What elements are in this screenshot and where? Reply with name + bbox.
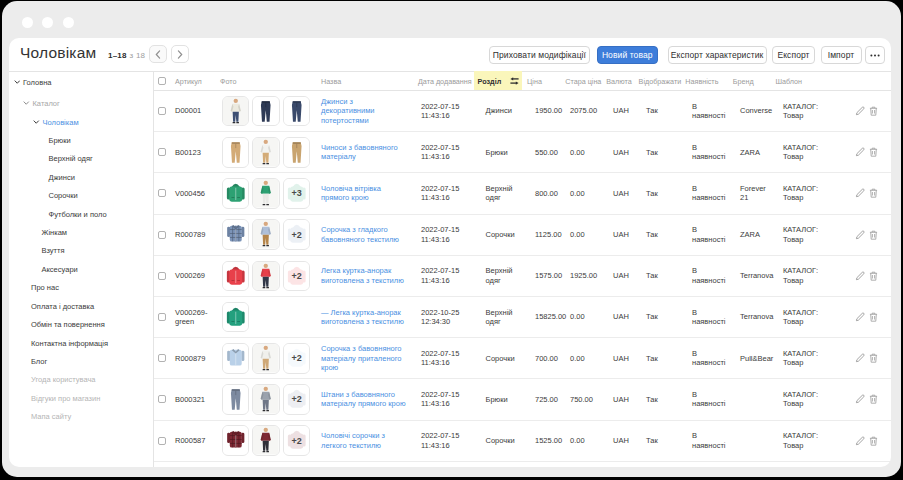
column-header[interactable]: Наявність (685, 71, 718, 91)
product-photo[interactable] (252, 384, 280, 415)
product-name-link[interactable]: Чоловіча вітрівка прямого крою (321, 173, 418, 213)
edit-button[interactable] (855, 421, 865, 461)
new-product-button[interactable]: Новий товар (597, 46, 659, 64)
column-header[interactable]: Відображати (639, 71, 682, 91)
edit-button[interactable] (855, 379, 865, 419)
product-name-link[interactable]: Сорочка з бавовняного матеріалу притален… (321, 338, 418, 378)
sidebar-item[interactable]: Контактна інформація (31, 338, 108, 348)
more-photos-badge[interactable]: +2 (283, 219, 311, 250)
row-checkbox[interactable] (158, 173, 166, 213)
product-photo[interactable] (252, 96, 280, 127)
product-photo[interactable] (222, 302, 250, 333)
more-button[interactable] (865, 46, 885, 64)
delete-button[interactable] (869, 256, 878, 296)
export-specs-button[interactable]: Експорт характеристик (668, 46, 767, 64)
column-header[interactable]: Стара ціна (565, 71, 601, 91)
delete-button[interactable] (869, 297, 878, 337)
edit-button[interactable] (855, 256, 865, 296)
more-photos-badge[interactable]: +2 (283, 343, 311, 374)
product-photo[interactable] (252, 178, 280, 209)
row-checkbox[interactable] (158, 421, 166, 461)
product-photo[interactable] (252, 219, 280, 250)
row-checkbox[interactable] (158, 379, 166, 419)
hide-mods-button[interactable]: Приховати модифікації (489, 46, 591, 64)
sidebar-item[interactable]: Блог (31, 356, 47, 366)
edit-button[interactable] (855, 91, 865, 131)
row-checkbox[interactable] (158, 256, 166, 296)
product-name-link[interactable]: Джинси з декоративними потертостями (321, 91, 418, 131)
sidebar-item[interactable]: Обмін та повернення (31, 320, 105, 330)
column-header[interactable]: Назва (321, 71, 341, 91)
delete-button[interactable] (869, 91, 878, 131)
sidebar-item[interactable]: Брюки (49, 135, 71, 145)
column-header[interactable]: Валюта (606, 71, 631, 91)
sidebar-item[interactable]: Відгуки про магазин (31, 393, 100, 403)
column-header[interactable]: Ціна (527, 71, 542, 91)
product-photo[interactable] (252, 261, 280, 292)
delete-button[interactable] (869, 421, 878, 461)
sidebar-item[interactable]: Джинси (49, 172, 75, 182)
row-checkbox[interactable] (158, 338, 166, 378)
product-photo[interactable] (283, 96, 311, 127)
product-photo[interactable] (222, 425, 250, 456)
import-button[interactable]: Імпорт (821, 46, 862, 64)
product-photo[interactable] (252, 425, 280, 456)
column-header[interactable]: Артикул (175, 71, 202, 91)
sidebar-item[interactable]: Чоловікам (33, 117, 79, 127)
product-photo[interactable] (222, 178, 250, 209)
delete-button[interactable] (869, 379, 878, 419)
row-checkbox[interactable] (158, 91, 166, 131)
more-photos-badge[interactable]: +2 (283, 261, 311, 292)
edit-button[interactable] (855, 297, 865, 337)
sidebar-item[interactable]: Про нас (31, 283, 59, 293)
column-header[interactable]: Шаблон (775, 71, 802, 91)
product-photo[interactable] (252, 137, 280, 168)
sidebar-item[interactable]: Мапа сайту (31, 412, 71, 422)
product-name-link[interactable]: Чиноси з бавовняного матеріалу (321, 132, 418, 172)
row-checkbox[interactable] (158, 215, 166, 255)
more-photos-badge[interactable]: +2 (283, 384, 311, 415)
row-checkbox[interactable] (158, 297, 166, 337)
product-photo[interactable] (222, 137, 250, 168)
export-button[interactable]: Експорт (772, 46, 815, 64)
product-photo[interactable] (252, 343, 280, 374)
column-header[interactable]: Бренд (733, 71, 754, 91)
sidebar-item[interactable]: Каталог (23, 99, 60, 109)
sidebar-item[interactable]: Оплата і доставка (31, 301, 94, 311)
product-name-link[interactable]: Сорочка з гладкого бавовняного текстилю (321, 215, 418, 255)
sidebar-item[interactable]: Верхній одяг (49, 154, 93, 164)
sidebar-item[interactable]: Футболки и поло (49, 209, 107, 219)
sidebar-item[interactable]: Жінкам (42, 228, 68, 238)
product-name-link[interactable]: Чоловічі сорочки з легкого текстилю (321, 421, 418, 461)
delete-button[interactable] (869, 338, 878, 378)
sidebar-item[interactable]: Аксесуари (42, 264, 78, 274)
column-header[interactable]: Розділ (478, 71, 502, 91)
sidebar-item[interactable]: Сорочки (49, 191, 78, 201)
edit-button[interactable] (855, 173, 865, 213)
delete-button[interactable] (869, 173, 878, 213)
product-name-link[interactable]: Штани з бавовняного матеріалу прямого кр… (321, 379, 418, 419)
sidebar-item[interactable]: Головна (14, 78, 52, 88)
sidebar-item[interactable]: Взуття (42, 246, 65, 256)
column-header[interactable]: Дата додавання (418, 71, 472, 91)
prev-page-button[interactable] (149, 45, 167, 63)
edit-button[interactable] (855, 338, 865, 378)
delete-button[interactable] (869, 215, 878, 255)
edit-button[interactable] (855, 132, 865, 172)
product-photo[interactable] (283, 137, 311, 168)
product-photo[interactable] (222, 96, 250, 127)
next-page-button[interactable] (171, 45, 189, 63)
select-all-checkbox[interactable] (158, 71, 166, 91)
row-checkbox[interactable] (158, 132, 166, 172)
product-photo[interactable] (222, 219, 250, 250)
edit-button[interactable] (855, 215, 865, 255)
product-photo[interactable] (222, 384, 250, 415)
product-photo[interactable] (222, 343, 250, 374)
product-name-link[interactable]: — Легка куртка-анорак виготовлена з текс… (321, 297, 418, 337)
more-photos-badge[interactable]: +2 (283, 425, 311, 456)
sidebar-item[interactable]: Угода користувача (31, 375, 96, 385)
delete-button[interactable] (869, 132, 878, 172)
more-photos-badge[interactable]: +3 (283, 178, 311, 209)
product-photo[interactable] (222, 261, 250, 292)
sort-direction-button[interactable] (510, 77, 519, 87)
